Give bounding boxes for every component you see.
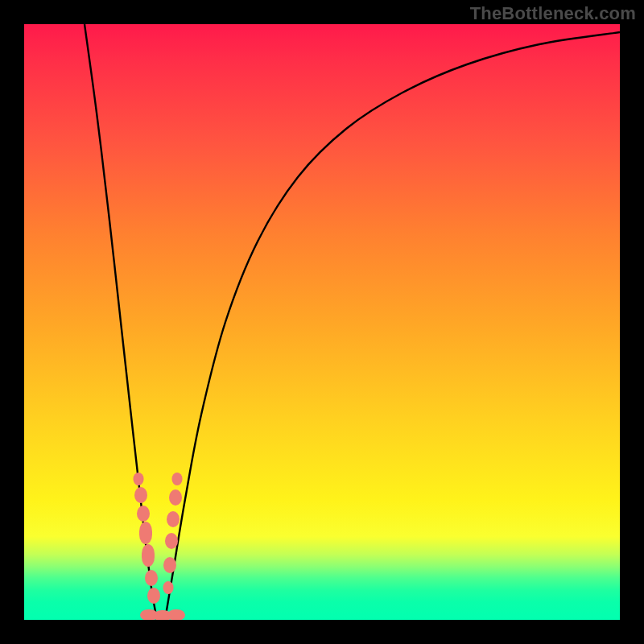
bead-right-0 xyxy=(172,473,183,485)
bead-right-2 xyxy=(167,511,180,527)
bottleneck-curve xyxy=(24,24,620,620)
bead-left-2 xyxy=(137,506,150,522)
curve-right-branch xyxy=(165,32,620,620)
bead-left-6 xyxy=(147,588,160,604)
bead-right-5 xyxy=(163,581,174,594)
plot-area xyxy=(24,24,620,620)
bead-bottom-2 xyxy=(167,609,185,620)
bead-left-4 xyxy=(142,544,155,567)
bead-right-4 xyxy=(163,557,176,573)
bead-left-1 xyxy=(134,487,147,503)
watermark-text: TheBottleneck.com xyxy=(470,3,636,24)
bead-left-3 xyxy=(139,522,152,544)
chart-frame: TheBottleneck.com xyxy=(0,0,644,644)
bead-left-0 xyxy=(134,473,144,485)
bead-right-1 xyxy=(169,489,182,506)
bead-left-5 xyxy=(145,570,158,586)
bead-right-3 xyxy=(165,533,178,549)
